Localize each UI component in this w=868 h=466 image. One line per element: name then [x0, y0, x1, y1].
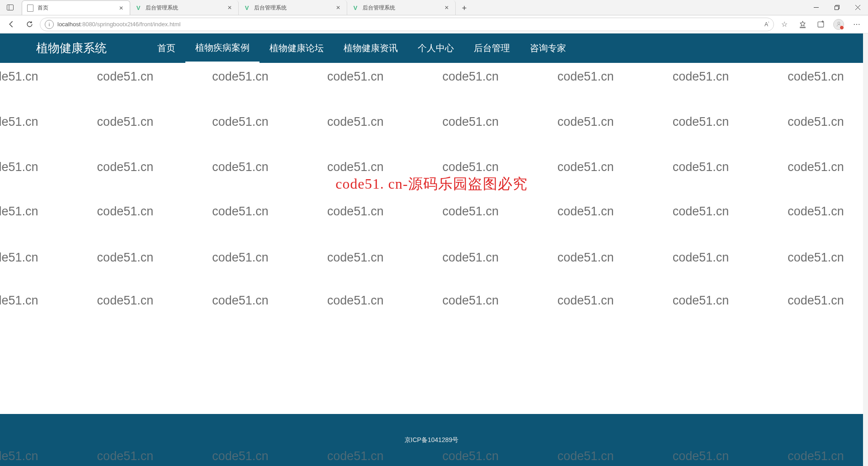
vue-icon: V — [352, 4, 359, 11]
vue-icon: V — [243, 4, 250, 11]
tab-title: 后台管理系统 — [363, 4, 443, 12]
favorites-bar-icon[interactable] — [795, 17, 810, 32]
close-icon[interactable]: ✕ — [117, 4, 125, 12]
close-icon[interactable]: ✕ — [226, 4, 234, 12]
url-text: localhost:8080/springbootx2t46/front/ind… — [57, 21, 761, 28]
site-info-icon[interactable]: i — [45, 20, 54, 29]
maximize-button[interactable] — [826, 0, 847, 15]
page-icon — [27, 5, 34, 12]
window-controls — [806, 0, 868, 15]
browser-tabs: 首页 ✕ V 后台管理系统 ✕ V 后台管理系统 ✕ V 后台管理系统 ✕ + — [20, 0, 806, 15]
close-icon[interactable]: ✕ — [443, 4, 451, 12]
browser-titlebar: 首页 ✕ V 后台管理系统 ✕ V 后台管理系统 ✕ V 后台管理系统 ✕ + — [0, 0, 868, 15]
nav-disease-cases[interactable]: 植物疾病案例 — [185, 33, 259, 63]
collections-icon[interactable] — [813, 17, 828, 32]
favorites-icon[interactable]: ☆ — [777, 17, 792, 32]
profile-button[interactable] — [831, 17, 846, 32]
vue-icon: V — [135, 4, 142, 11]
read-aloud-icon[interactable]: A⁾ — [764, 21, 769, 28]
close-window-button[interactable] — [847, 0, 868, 15]
tab-actions-button[interactable] — [0, 0, 20, 15]
svg-rect-3 — [835, 6, 838, 10]
address-bar[interactable]: i localhost:8080/springbootx2t46/front/i… — [40, 18, 774, 31]
new-tab-button[interactable]: + — [458, 1, 471, 15]
tab-title: 后台管理系统 — [146, 4, 226, 12]
browser-tab-2[interactable]: V 后台管理系统 ✕ — [239, 0, 347, 15]
icp-text: 京ICP备1041289号 — [405, 436, 459, 444]
watermark-center-text: code51. cn-源码乐园盗图必究 — [0, 174, 863, 194]
svg-rect-0 — [7, 5, 13, 10]
page-body: code51.cncode51.cncode51.cncode51.cncode… — [0, 63, 863, 305]
minimize-button[interactable] — [806, 0, 826, 15]
site-footer: 京ICP备1041289号 code51.cncode51.cncode51.c… — [0, 414, 863, 466]
close-icon[interactable]: ✕ — [334, 4, 342, 12]
svg-point-11 — [838, 22, 840, 24]
browser-tab-0[interactable]: 首页 ✕ — [22, 0, 130, 15]
watermark-footer-row: code51.cncode51.cncode51.cncode51.cncode… — [0, 449, 863, 463]
vertical-scrollbar[interactable] — [863, 33, 868, 466]
site-header: 植物健康系统 首页 植物疾病案例 植物健康论坛 植物健康资讯 个人中心 后台管理… — [0, 33, 863, 63]
browser-toolbar: i localhost:8080/springbootx2t46/front/i… — [0, 15, 868, 33]
nav-consult[interactable]: 咨询专家 — [520, 33, 576, 63]
avatar-icon — [833, 19, 844, 30]
browser-tab-3[interactable]: V 后台管理系统 ✕ — [347, 0, 456, 15]
tab-title: 首页 — [38, 4, 117, 12]
more-icon[interactable]: ⋯ — [849, 17, 864, 32]
site-brand: 植物健康系统 — [36, 40, 107, 56]
page-viewport: 植物健康系统 首页 植物疾病案例 植物健康论坛 植物健康资讯 个人中心 后台管理… — [0, 33, 863, 466]
site-nav: 首页 植物疾病案例 植物健康论坛 植物健康资讯 个人中心 后台管理 咨询专家 — [147, 33, 576, 63]
refresh-button[interactable] — [22, 17, 37, 32]
nav-forum[interactable]: 植物健康论坛 — [259, 33, 334, 63]
nav-news[interactable]: 植物健康资讯 — [334, 33, 408, 63]
nav-profile[interactable]: 个人中心 — [408, 33, 464, 63]
browser-tab-1[interactable]: V 后台管理系统 ✕ — [130, 0, 239, 15]
back-button[interactable] — [4, 17, 19, 32]
nav-home[interactable]: 首页 — [147, 33, 185, 63]
tab-title: 后台管理系统 — [254, 4, 334, 12]
nav-admin[interactable]: 后台管理 — [464, 33, 520, 63]
